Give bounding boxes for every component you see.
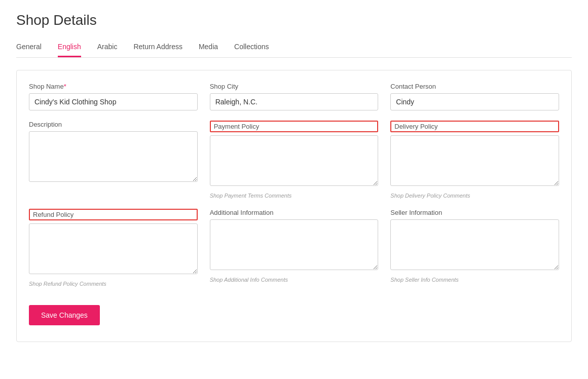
refund-policy-group: Refund Policy Shop Refund Policy Comment… — [29, 209, 198, 287]
form-row-1: Shop Name* Shop City Contact Person — [29, 83, 559, 110]
contact-person-label: Contact Person — [390, 83, 559, 90]
payment-policy-textarea[interactable] — [210, 135, 379, 186]
form-row-2: Description Payment Policy Shop Payment … — [29, 121, 559, 199]
description-textarea-wrapper — [29, 131, 198, 183]
description-textarea[interactable] — [29, 131, 198, 182]
save-changes-button[interactable]: Save Changes — [29, 305, 100, 325]
seller-info-comment: Shop Seller Info Comments — [390, 277, 559, 283]
delivery-policy-textarea-wrapper — [390, 135, 559, 187]
required-marker: * — [64, 83, 66, 90]
tab-media[interactable]: Media — [199, 39, 218, 57]
delivery-policy-textarea[interactable] — [390, 135, 559, 186]
shop-name-input[interactable] — [29, 93, 198, 110]
tab-arabic[interactable]: Arabic — [97, 39, 118, 57]
contact-person-group: Contact Person — [390, 83, 559, 110]
shop-name-label: Shop Name* — [29, 83, 198, 90]
form-row-3: Refund Policy Shop Refund Policy Comment… — [29, 209, 559, 287]
shop-city-group: Shop City — [210, 83, 379, 110]
additional-info-textarea-wrapper — [210, 219, 379, 272]
delivery-policy-label: Delivery Policy — [390, 121, 559, 132]
seller-info-group: Seller Information Shop Seller Info Comm… — [390, 209, 559, 287]
additional-info-group: Additional Information Shop Additional I… — [210, 209, 379, 287]
tab-english[interactable]: English — [58, 39, 81, 57]
form-card: Shop Name* Shop City Contact Person Desc… — [16, 70, 572, 342]
refund-policy-label: Refund Policy — [29, 209, 198, 220]
tab-general[interactable]: General — [16, 39, 42, 57]
description-label: Description — [29, 121, 198, 128]
additional-info-label: Additional Information — [210, 209, 379, 216]
delivery-policy-group: Delivery Policy Shop Delivery Policy Com… — [390, 121, 559, 199]
seller-info-label: Seller Information — [390, 209, 559, 216]
shop-city-label: Shop City — [210, 83, 379, 90]
payment-policy-comment: Shop Payment Terms Comments — [210, 193, 379, 199]
description-group: Description — [29, 121, 198, 199]
additional-info-textarea[interactable] — [210, 219, 379, 270]
seller-info-textarea-wrapper — [390, 219, 559, 272]
refund-policy-textarea-wrapper — [29, 223, 198, 276]
refund-policy-textarea[interactable] — [29, 223, 198, 274]
shop-city-input[interactable] — [210, 93, 379, 110]
contact-person-input[interactable] — [390, 93, 559, 110]
page-wrapper: Shop Details General English Arabic Retu… — [0, 0, 588, 379]
payment-policy-label: Payment Policy — [210, 121, 379, 132]
delivery-policy-comment: Shop Delivery Policy Comments — [390, 193, 559, 199]
payment-policy-group: Payment Policy Shop Payment Terms Commen… — [210, 121, 379, 199]
refund-policy-comment: Shop Refund Policy Comments — [29, 281, 198, 287]
shop-name-group: Shop Name* — [29, 83, 198, 110]
page-title: Shop Details — [16, 12, 572, 28]
additional-info-comment: Shop Additional Info Comments — [210, 277, 379, 283]
tab-collections[interactable]: Collections — [234, 39, 269, 57]
payment-policy-textarea-wrapper — [210, 135, 379, 187]
seller-info-textarea[interactable] — [390, 219, 559, 270]
tab-return-address[interactable]: Return Address — [133, 39, 182, 57]
tabs-nav: General English Arabic Return Address Me… — [16, 39, 572, 58]
